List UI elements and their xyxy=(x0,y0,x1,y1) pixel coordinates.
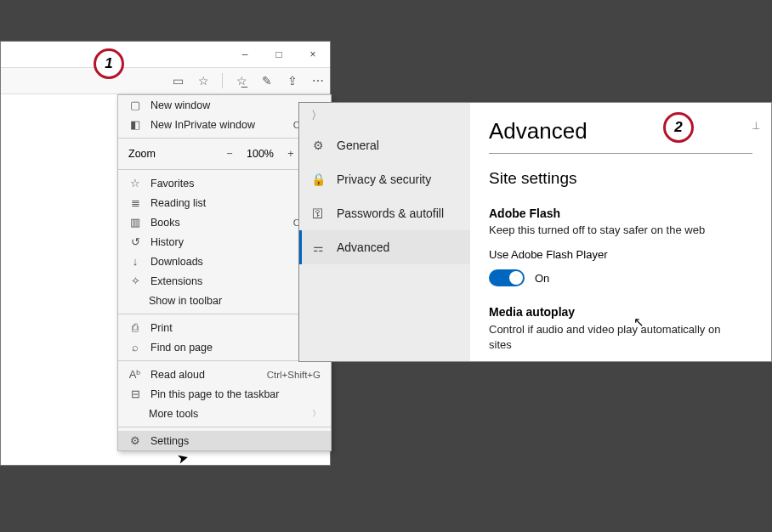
divider xyxy=(489,153,752,154)
gear-icon: ⚙ xyxy=(311,139,325,152)
flash-description: Keep this turned off to stay safer on th… xyxy=(489,224,752,236)
extensions-icon: ✧ xyxy=(128,274,142,287)
menu-pin-taskbar[interactable]: ⊟ Pin this page to the taskbar xyxy=(118,384,331,404)
flash-toggle-row: On xyxy=(489,269,752,286)
menu-more-tools[interactable]: More tools 〉 xyxy=(118,404,331,423)
menu-label: Pin this page to the taskbar xyxy=(150,388,321,400)
menu-label: More tools xyxy=(149,408,304,420)
zoom-label: Zoom xyxy=(128,148,215,160)
sidebar-item-general[interactable]: ⚙ General xyxy=(299,128,470,162)
history-icon: ↺ xyxy=(128,235,142,248)
pin-panel-button[interactable]: ⟂ xyxy=(752,118,759,132)
section-heading: Site settings xyxy=(489,169,752,188)
reading-list-icon: ≣ xyxy=(128,196,142,209)
key-icon: ⚿ xyxy=(311,207,325,220)
find-icon: ⌕ xyxy=(128,341,142,354)
zoom-in-button[interactable]: + xyxy=(283,148,298,160)
menu-shortcut: Ctrl+Shift+G xyxy=(267,370,321,380)
sidebar-label: General xyxy=(337,139,379,152)
media-description: Control if audio and video play automati… xyxy=(489,322,744,352)
zoom-out-button[interactable]: − xyxy=(222,148,237,160)
sliders-icon: ⚎ xyxy=(311,241,325,254)
sidebar-item-advanced[interactable]: ⚎ Advanced xyxy=(299,230,470,264)
inprivate-icon: ◧ xyxy=(128,118,142,131)
reading-view-icon[interactable]: ▭ xyxy=(171,74,184,88)
menu-read-aloud[interactable]: Aᵇ Read aloud Ctrl+Shift+G xyxy=(118,365,331,384)
media-heading: Media autoplay xyxy=(489,305,752,319)
flash-toggle-label: Use Adobe Flash Player xyxy=(489,248,752,261)
sidebar-label: Advanced xyxy=(337,241,389,254)
menu-separator xyxy=(118,427,331,427)
toggle-state-label: On xyxy=(535,272,549,285)
toolbar-separator xyxy=(222,73,223,88)
menu-label: Read aloud xyxy=(150,369,258,381)
gear-icon: ⚙ xyxy=(128,434,142,447)
step-badge-1: 1 xyxy=(94,48,124,79)
sidebar-item-privacy[interactable]: 🔒 Privacy & security xyxy=(299,162,470,196)
chevron-right-icon: 〉 xyxy=(311,108,322,123)
menu-settings[interactable]: ⚙ Settings xyxy=(118,431,331,450)
lock-icon: 🔒 xyxy=(311,173,325,186)
chevron-right-icon: 〉 xyxy=(312,408,321,420)
menu-label: Books xyxy=(150,217,285,229)
flash-heading: Adobe Flash xyxy=(489,207,752,220)
menu-label: Extensions xyxy=(150,275,321,287)
toggle-knob xyxy=(509,271,523,285)
share-icon[interactable]: ⇪ xyxy=(286,74,299,88)
close-button[interactable]: × xyxy=(296,42,330,67)
books-icon: ▥ xyxy=(128,216,142,229)
menu-label: History xyxy=(150,236,321,248)
menu-label: Reading list xyxy=(150,197,321,209)
toolbar: ▭ ☆ ☆̲ ✎ ⇪ ⋯ xyxy=(1,67,330,94)
favorites-icon: ☆ xyxy=(128,177,142,190)
print-icon: ⎙ xyxy=(128,321,142,334)
menu-label: New InPrivate window xyxy=(150,119,285,131)
settings-sidebar: 〉 ⚙ General 🔒 Privacy & security ⚿ Passw… xyxy=(299,103,470,361)
pin-icon: ⊟ xyxy=(128,388,142,400)
sidebar-label: Passwords & autofill xyxy=(337,207,444,220)
downloads-icon: ↓ xyxy=(128,255,142,268)
menu-label: Settings xyxy=(150,435,321,447)
menu-label: New window xyxy=(150,99,321,111)
zoom-value: 100% xyxy=(244,148,276,160)
maximize-button[interactable]: □ xyxy=(262,42,296,67)
settings-main: ⟂ Advanced Site settings Adobe Flash Kee… xyxy=(470,103,771,361)
sidebar-item-passwords[interactable]: ⚿ Passwords & autofill xyxy=(299,196,470,230)
read-aloud-icon: Aᵇ xyxy=(128,368,142,381)
more-menu-icon[interactable]: ⋯ xyxy=(311,74,325,88)
favorites-hub-icon[interactable]: ☆̲ xyxy=(235,74,248,88)
menu-label: Show in toolbar xyxy=(149,295,304,307)
favorite-star-icon[interactable]: ☆ xyxy=(196,74,210,88)
menu-label: Favorites xyxy=(150,178,321,190)
menu-label: Downloads xyxy=(150,256,321,268)
settings-panel: 〉 ⚙ General 🔒 Privacy & security ⚿ Passw… xyxy=(298,102,772,362)
step-badge-2: 2 xyxy=(663,112,694,143)
sidebar-label: Privacy & security xyxy=(337,173,431,186)
page-title: Advanced xyxy=(489,118,752,144)
notes-icon[interactable]: ✎ xyxy=(260,74,274,88)
menu-label: Print xyxy=(150,322,321,334)
back-button[interactable]: 〉 xyxy=(299,103,470,128)
flash-toggle[interactable] xyxy=(489,269,525,286)
browser-window: – □ × ▭ ☆ ☆̲ ✎ ⇪ ⋯ ▢ New window ◧ New In… xyxy=(0,41,331,466)
titlebar: – □ × xyxy=(1,42,330,67)
minimize-button[interactable]: – xyxy=(228,42,262,67)
menu-label: Find on page xyxy=(150,342,321,354)
window-icon: ▢ xyxy=(128,99,142,111)
